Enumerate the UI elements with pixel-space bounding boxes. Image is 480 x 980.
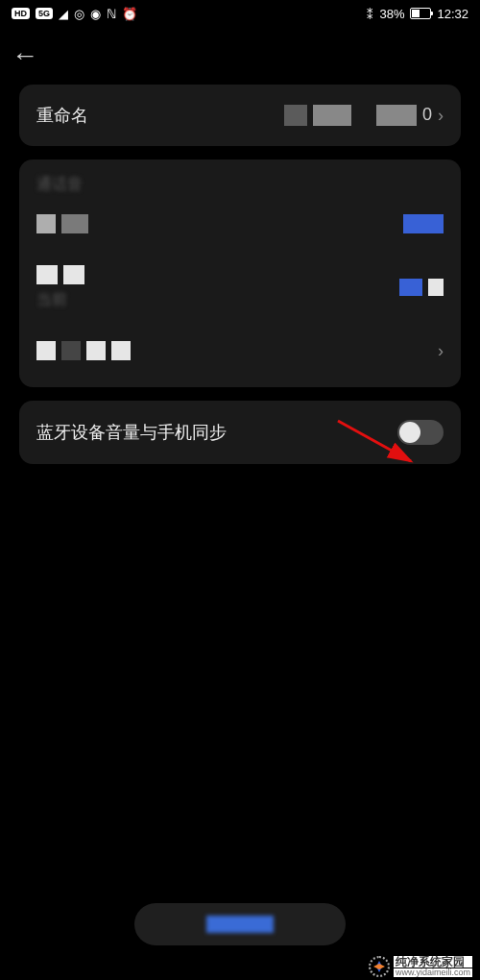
redacted-button-label — [206, 916, 274, 933]
toggle-on-1[interactable] — [403, 214, 444, 233]
rename-row[interactable]: 重命名 0 › — [19, 85, 461, 146]
chevron-right-icon: › — [438, 106, 444, 126]
content-area: 重命名 0 › 通话音 — [0, 85, 480, 464]
alarm-icon: ⏰ — [122, 7, 137, 21]
5g-icon: 5G — [36, 8, 53, 19]
nfc-icon: ℕ — [107, 7, 116, 21]
redacted-heading: 通话音 — [36, 175, 444, 195]
redacted-row-1[interactable] — [36, 210, 444, 237]
status-time: 12:32 — [437, 7, 468, 21]
signal-icon: ◢ — [59, 7, 68, 21]
hd-icon: HD — [12, 8, 30, 19]
redacted-value: 0 — [284, 105, 432, 126]
rename-label: 重命名 — [36, 104, 88, 127]
redacted-settings-card: 通话音 当前 — [19, 159, 461, 387]
toggle-on-2[interactable] — [399, 279, 444, 296]
back-arrow-icon[interactable]: ← — [12, 40, 38, 71]
rename-value: 0 › — [284, 105, 444, 126]
chevron-right-icon: › — [438, 341, 444, 361]
volume-sync-toggle[interactable] — [397, 420, 444, 445]
volume-sync-card: 蓝牙设备音量与手机同步 — [19, 401, 461, 464]
volume-sync-row: 蓝牙设备音量与手机同步 — [19, 401, 461, 464]
record-icon: ◎ — [74, 7, 84, 21]
redacted-row-3[interactable]: › — [36, 337, 444, 364]
status-bar: HD 5G ◢ ◎ ◉ ℕ ⏰ ⁑ 38% 12:32 — [0, 0, 480, 27]
bluetooth-icon: ⁑ — [367, 7, 373, 21]
watermark-title: 纯净系统家园 — [394, 956, 472, 968]
toggle-knob — [399, 422, 420, 443]
status-right: ⁑ 38% 12:32 — [367, 7, 468, 21]
watermark-url: www.yidaimeili.com — [394, 968, 472, 977]
bottom-action-button[interactable] — [134, 903, 346, 945]
battery-percent: 38% — [379, 7, 404, 21]
volume-sync-label: 蓝牙设备音量与手机同步 — [36, 421, 227, 444]
page-header: ← — [0, 27, 480, 85]
eye-icon: ◉ — [90, 7, 101, 21]
status-left: HD 5G ◢ ◎ ◉ ℕ ⏰ — [12, 7, 137, 21]
value-tail: 0 — [422, 105, 432, 126]
rename-card[interactable]: 重命名 0 › — [19, 85, 461, 146]
redacted-subtext: 当前 — [36, 290, 84, 310]
redacted-row-2[interactable]: 当前 — [36, 274, 444, 301]
watermark-logo-icon — [369, 956, 390, 977]
watermark: 纯净系统家园 www.yidaimeili.com — [0, 953, 480, 980]
battery-icon — [410, 8, 431, 19]
